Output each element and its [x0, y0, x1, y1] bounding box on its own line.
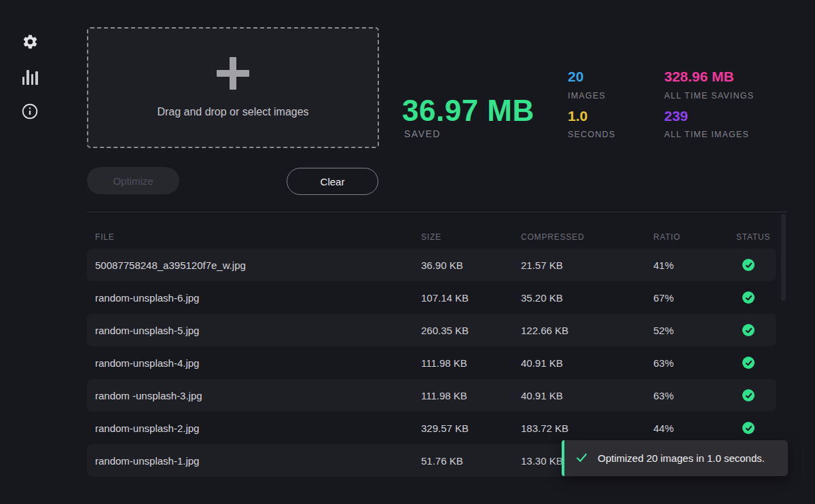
table-row[interactable]: 50087758248_a395120f7e_w.jpg 36.90 KB 21…: [87, 249, 776, 281]
all-time-savings-value: 328.96 MB: [664, 69, 734, 85]
stats-button[interactable]: [20, 67, 39, 86]
images-label: IMAGES: [568, 91, 606, 101]
info-icon: [21, 103, 39, 120]
toast-notification[interactable]: Optimized 20 images in 1.0 seconds.: [562, 440, 788, 476]
compressed-cell: 183.72 KB: [521, 422, 653, 434]
file-cell: random-unsplash-6.jpg: [87, 292, 421, 304]
header-file: FILE: [87, 232, 421, 242]
ratio-cell: 41%: [653, 259, 736, 271]
file-cell: random-unsplash-4.jpg: [87, 357, 421, 369]
size-cell: 111.98 KB: [421, 357, 521, 369]
saved-label: SAVED: [404, 128, 441, 139]
file-cell: random-unsplash-2.jpg: [87, 422, 421, 434]
table-row[interactable]: random-unsplash-6.jpg 107.14 KB 35.20 KB…: [87, 281, 776, 314]
settings-button[interactable]: [20, 32, 39, 51]
plus-icon: [217, 57, 249, 90]
table-row[interactable]: random-unsplash-4.jpg 111.98 KB 40.91 KB…: [87, 346, 776, 379]
table-scrollbar-thumb[interactable]: [781, 214, 786, 301]
status-check-icon: [742, 324, 755, 336]
images-value: 20: [568, 69, 583, 85]
ratio-cell: 63%: [653, 390, 736, 401]
table-header-row: FILE SIZE COMPRESSED RATIO STATUS: [87, 226, 776, 249]
dropzone[interactable]: Drag and drop or select images: [87, 27, 379, 148]
compressed-cell: 40.91 KB: [521, 390, 653, 401]
file-cell: random-unsplash-1.jpg: [87, 455, 421, 467]
toast-check-icon: [576, 452, 587, 465]
toast-message: Optimized 20 images in 1.0 seconds.: [598, 452, 765, 464]
all-time-images-label: ALL TIME IMAGES: [664, 130, 749, 139]
file-cell: random-unsplash-5.jpg: [87, 325, 421, 336]
compressed-cell: 122.66 KB: [521, 325, 653, 336]
size-cell: 36.90 KB: [421, 259, 521, 271]
size-cell: 329.57 KB: [421, 422, 521, 434]
all-time-images-value: 239: [664, 108, 688, 124]
ratio-cell: 44%: [653, 422, 736, 434]
compressed-cell: 35.20 KB: [521, 292, 653, 304]
ratio-cell: 52%: [653, 325, 736, 336]
ratio-cell: 63%: [653, 357, 736, 369]
size-cell: 107.14 KB: [421, 292, 521, 304]
status-check-icon: [742, 357, 755, 369]
bar-chart-icon: [22, 68, 38, 85]
seconds-label: SECONDS: [568, 130, 615, 139]
compressed-cell: 21.57 KB: [521, 259, 653, 271]
size-cell: 260.35 KB: [421, 325, 521, 336]
header-size: SIZE: [421, 232, 521, 242]
optimize-button[interactable]: Optimize: [87, 167, 179, 194]
table-row[interactable]: random-unsplash-5.jpg 260.35 KB 122.66 K…: [87, 314, 776, 346]
gear-icon: [22, 33, 39, 50]
saved-value: 36.97 MB: [402, 94, 535, 128]
header-ratio: RATIO: [653, 232, 736, 242]
seconds-value: 1.0: [568, 108, 587, 124]
header-compressed: COMPRESSED: [521, 232, 653, 242]
status-check-icon: [742, 291, 755, 304]
status-check-icon: [742, 422, 755, 434]
header-status: STATUS: [736, 232, 776, 242]
all-time-savings-label: ALL TIME SAVINGS: [664, 91, 754, 101]
file-cell: random -unsplash-3.jpg: [87, 390, 421, 401]
file-cell: 50087758248_a395120f7e_w.jpg: [87, 259, 421, 271]
table-row[interactable]: random -unsplash-3.jpg 111.98 KB 40.91 K…: [87, 379, 776, 412]
table-row[interactable]: random-unsplash-2.jpg 329.57 KB 183.72 K…: [87, 412, 776, 444]
results-table: FILE SIZE COMPRESSED RATIO STATUS 500877…: [87, 226, 776, 477]
status-check-icon: [742, 259, 755, 271]
info-button[interactable]: [20, 102, 39, 121]
size-cell: 51.76 KB: [421, 455, 521, 467]
compressed-cell: 40.91 KB: [521, 357, 653, 369]
status-check-icon: [742, 389, 755, 401]
clear-button[interactable]: Clear: [287, 168, 378, 195]
section-divider: [87, 211, 786, 213]
ratio-cell: 67%: [653, 292, 736, 304]
dropzone-label: Drag and drop or select images: [157, 106, 308, 118]
size-cell: 111.98 KB: [421, 390, 521, 401]
